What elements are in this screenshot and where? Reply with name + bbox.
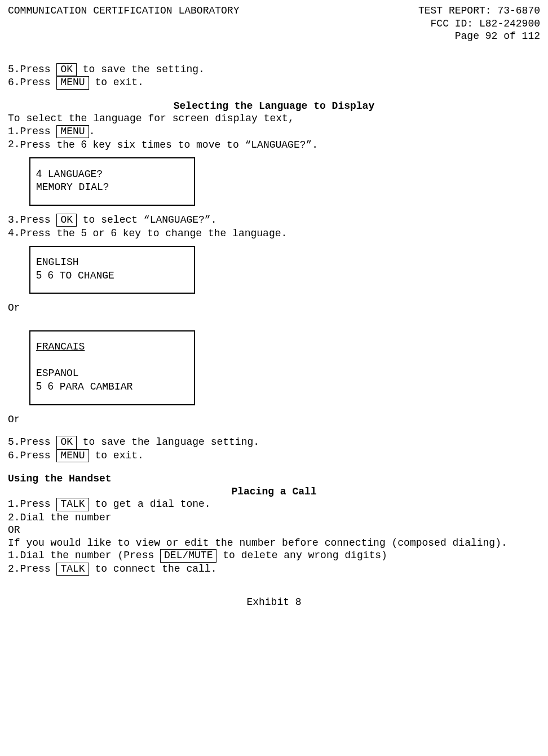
lang-step-6: 6. Press MENU to exit. xyxy=(8,449,540,463)
digit-5: 5 xyxy=(81,227,87,238)
lcd-display-1: 4 LANGUAGE? MEMORY DIAL? xyxy=(29,157,195,206)
display-text: MEMORY DIAL? xyxy=(36,181,188,194)
step-text-pre: Press xyxy=(20,126,57,137)
step-text-pre: Press the xyxy=(20,139,81,151)
step-text-post: to save the language setting. xyxy=(77,436,259,448)
step-text-pre: Dial the number (Press xyxy=(20,550,160,561)
call-step-1: 1. Press TALK to get a dial tone. xyxy=(8,498,540,511)
del-mute-key: DEL/MUTE xyxy=(160,549,216,563)
step-6: 6. Press MENU to exit. xyxy=(8,76,540,90)
digit-6: 6 xyxy=(81,139,87,150)
digit-5: 5 xyxy=(36,269,42,281)
page-header: COMMUNICATION CERTIFICATION LABORATORY T… xyxy=(8,5,540,17)
step-text-post: to connect the call. xyxy=(89,563,217,574)
step-text-post: to save the setting. xyxy=(77,64,205,75)
digit-6: 6 xyxy=(48,269,54,281)
step-number: 3. xyxy=(8,214,20,227)
step-text-post: to select “LANGUAGE?”. xyxy=(77,214,216,226)
header-right-3: Page 92 of 112 xyxy=(8,30,540,43)
header-right-2: FCC ID: L82-242900 xyxy=(8,17,540,30)
talk-key: TALK xyxy=(56,563,89,576)
step-text-pre: Press xyxy=(20,77,57,88)
step-text-post: key six times to move to “LANGUAGE?”. xyxy=(87,139,318,151)
step-number: 1. xyxy=(8,549,20,563)
digit-6: 6 xyxy=(48,381,54,392)
section-heading-placing-call: Placing a Call xyxy=(8,485,540,498)
composed-dialing-para: If you would like to view or edit the nu… xyxy=(8,537,540,550)
lang-step-5: 5. Press OK to save the language setting… xyxy=(8,436,540,449)
display-text: TO CHANGE xyxy=(54,270,114,281)
display-text: ESPANOL xyxy=(36,367,188,380)
ok-key: OK xyxy=(56,63,77,77)
section-heading-language: Selecting the Language to Display xyxy=(8,100,540,113)
menu-key: MENU xyxy=(56,449,89,463)
lang-step-3: 3. Press OK to select “LANGUAGE?”. xyxy=(8,214,540,227)
step-number: 5. xyxy=(8,63,20,77)
ok-key: OK xyxy=(56,214,77,227)
digit-5: 5 xyxy=(36,381,42,392)
alt-step-1: 1. Dial the number (Press DEL/MUTE to de… xyxy=(8,549,540,563)
step-text-post: to delete any wrong digits) xyxy=(216,550,387,561)
display-text: ENGLISH xyxy=(36,256,188,269)
step-text-post: . xyxy=(89,126,95,137)
step-text-pre: Press xyxy=(20,563,57,574)
lang-step-1: 1. Press MENU. xyxy=(8,125,540,139)
call-step-2: 2. Dial the number xyxy=(8,511,540,524)
or-label: Or xyxy=(8,413,540,426)
ok-key: OK xyxy=(56,436,77,449)
step-text-post: key to change the language. xyxy=(117,228,287,239)
step-text-post: to exit. xyxy=(89,450,144,461)
display-text: FRANCAIS xyxy=(36,341,188,353)
exhibit-label: Exhibit 8 xyxy=(8,596,540,609)
or-label: Or xyxy=(8,302,540,315)
step-text-pre: Press xyxy=(20,214,57,226)
step-number: 5. xyxy=(8,436,20,449)
talk-key: TALK xyxy=(56,498,89,511)
step-text-pre: Press xyxy=(20,498,57,510)
header-right-1: TEST REPORT: 73-6870 xyxy=(418,5,540,17)
display-text: PARA CAMBIAR xyxy=(54,381,132,392)
step-text-pre: Press xyxy=(20,436,57,448)
step-number: 2. xyxy=(8,563,20,576)
step-number: 2. xyxy=(8,511,20,524)
step-text-pre: Press xyxy=(20,450,57,461)
step-number: 6. xyxy=(8,76,20,90)
alt-step-2: 2. Press TALK to connect the call. xyxy=(8,563,540,576)
display-blank xyxy=(36,353,188,366)
step-text-pre: Press the xyxy=(20,228,81,239)
lang-step-2: 2. Press the 6 key six times to move to … xyxy=(8,138,540,152)
section-intro: To select the language for screen displa… xyxy=(8,112,540,125)
digit-6: 6 xyxy=(111,227,117,238)
step-text-post: to exit. xyxy=(89,77,144,88)
step-number: 2. xyxy=(8,138,20,152)
step-number: 6. xyxy=(8,449,20,463)
lang-step-4: 4. Press the 5 or 6 key to change the la… xyxy=(8,227,540,240)
step-text-mid: or xyxy=(87,228,111,239)
step-number: 1. xyxy=(8,125,20,139)
step-text-post: to get a dial tone. xyxy=(89,498,211,510)
menu-key: MENU xyxy=(56,125,89,139)
display-text: LANGUAGE? xyxy=(42,169,103,180)
section-heading-handset: Using the Handset xyxy=(8,472,540,485)
step-number: 1. xyxy=(8,498,20,511)
step-text-pre: Press xyxy=(20,64,57,75)
step-text: Dial the number xyxy=(20,511,540,524)
lcd-display-2: ENGLISH 5 6 TO CHANGE xyxy=(29,246,195,294)
menu-key: MENU xyxy=(56,76,89,90)
or-label-big: OR xyxy=(8,524,540,537)
lcd-display-3: FRANCAIS ESPANOL 5 6 PARA CAMBIAR xyxy=(29,330,195,405)
digit-4: 4 xyxy=(36,168,42,179)
step-number: 4. xyxy=(8,227,20,240)
header-left: COMMUNICATION CERTIFICATION LABORATORY xyxy=(8,5,239,17)
step-5: 5. Press OK to save the setting. xyxy=(8,63,540,77)
